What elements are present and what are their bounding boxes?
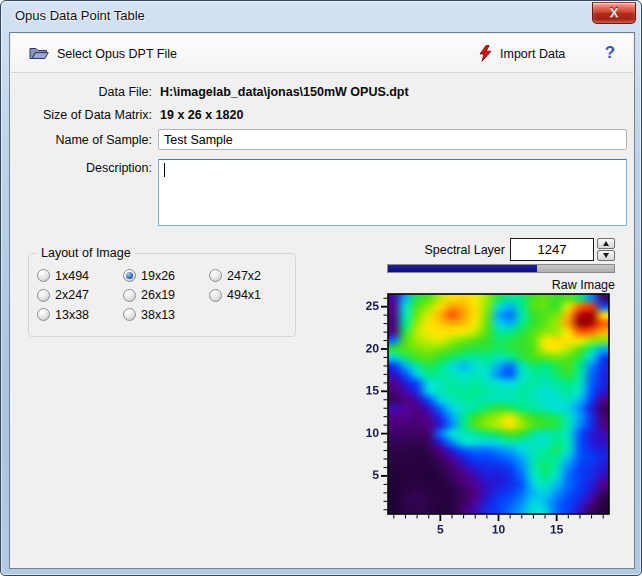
spin-up-icon: [603, 241, 609, 246]
help-button[interactable]: ?: [597, 40, 623, 66]
radio-option-19x26[interactable]: 19x26: [123, 269, 209, 283]
radio-option-26x19[interactable]: 26x19: [123, 288, 209, 302]
heatmap-canvas[interactable]: [360, 288, 620, 538]
lightning-icon: [479, 45, 492, 62]
radio-icon: [123, 269, 136, 282]
matrix-size-value: 19 x 26 x 1820: [160, 108, 243, 122]
layout-group-title: Layout of Image: [37, 246, 135, 260]
data-file-label: Data File:: [10, 85, 152, 99]
sample-name-label: Name of Sample:: [10, 133, 152, 147]
layout-radio-grid: 1x494 19x26 247x2 2x247 26x19: [37, 266, 295, 325]
progress-fill: [388, 265, 537, 272]
spectral-layer-label: Spectral Layer: [363, 243, 505, 257]
radio-option-38x13[interactable]: 38x13: [123, 308, 209, 322]
spin-down-icon: [603, 253, 609, 258]
radio-icon: [123, 308, 136, 321]
spectral-progress-bar[interactable]: [387, 264, 615, 273]
text-caret: [164, 163, 165, 177]
spin-down-button[interactable]: [597, 250, 615, 261]
import-data-label: Import Data: [500, 47, 565, 61]
radio-icon: [123, 289, 136, 302]
select-opus-file-button[interactable]: Select Opus DPT File: [29, 34, 177, 73]
toolbar: Select Opus DPT File Import Data ?: [11, 34, 633, 73]
dialog-content: Select Opus DPT File Import Data ? Data …: [9, 32, 635, 569]
raw-image-plot: [360, 288, 620, 538]
select-opus-file-label: Select Opus DPT File: [57, 47, 177, 61]
radio-option-2x247[interactable]: 2x247: [37, 288, 123, 302]
sample-name-input[interactable]: [158, 129, 627, 150]
data-file-value: H:\imagelab_data\jonas\150mW OPUS.dpt: [160, 85, 409, 99]
radio-option-494x1[interactable]: 494x1: [209, 288, 295, 302]
radio-option-247x2[interactable]: 247x2: [209, 269, 295, 283]
spectral-layer-input[interactable]: 1247: [510, 238, 594, 261]
dialog-window: Opus Data Point Table X Select Opus DPT …: [0, 0, 642, 576]
description-label: Description:: [10, 161, 152, 175]
description-textarea[interactable]: [158, 159, 627, 226]
spin-up-button[interactable]: [597, 238, 615, 249]
matrix-size-label: Size of Data Matrix:: [10, 108, 152, 122]
radio-icon: [37, 269, 50, 282]
title-bar[interactable]: Opus Data Point Table X: [1, 1, 641, 32]
close-button[interactable]: X: [592, 2, 636, 24]
open-folder-icon: [29, 46, 49, 61]
radio-icon: [37, 308, 50, 321]
spectral-layer-spinner: [597, 238, 615, 261]
radio-option-1x494[interactable]: 1x494: [37, 269, 123, 283]
close-icon: X: [610, 5, 619, 20]
layout-of-image-group: Layout of Image 1x494 19x26 247x2 2x247: [28, 253, 296, 337]
window-title: Opus Data Point Table: [15, 8, 145, 23]
import-data-button[interactable]: Import Data: [479, 34, 565, 73]
radio-icon: [37, 289, 50, 302]
radio-option-13x38[interactable]: 13x38: [37, 308, 123, 322]
radio-icon: [209, 289, 222, 302]
radio-icon: [209, 269, 222, 282]
